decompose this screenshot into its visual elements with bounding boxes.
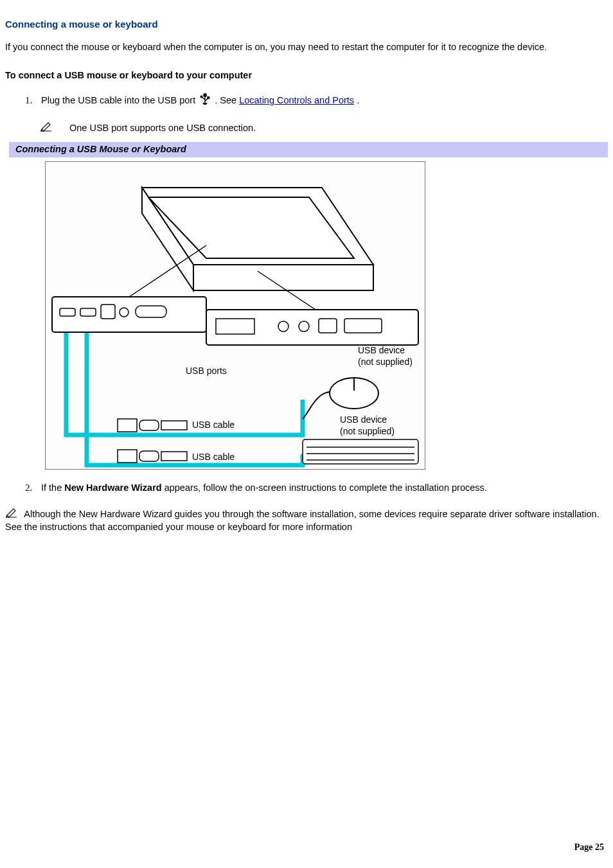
svg-rect-22: [139, 420, 159, 430]
note-icon: [40, 121, 53, 136]
svg-rect-24: [118, 450, 137, 463]
figure-banner: Connecting a USB Mouse or Keyboard: [9, 142, 608, 158]
step-1: Plug the USB cable into the USB port . S…: [35, 93, 608, 109]
step-2-prefix: If the: [41, 483, 64, 493]
figure-label-usb-cable-2: USB cable: [192, 451, 235, 463]
page-footer: Page 25: [574, 842, 604, 854]
final-note: Although the New Hardware Wizard guides …: [5, 508, 608, 534]
figure-label-usb-ports: USB ports: [186, 365, 227, 377]
note-1-text: One USB port supports one USB connection…: [69, 122, 256, 135]
svg-point-0: [204, 94, 206, 96]
svg-point-2: [200, 96, 202, 98]
figure-label-usb-cable-1: USB cable: [192, 419, 235, 431]
svg-rect-23: [161, 421, 187, 430]
svg-rect-26: [161, 452, 187, 461]
figure-label-kb-2: (not supplied): [340, 425, 395, 438]
svg-rect-3: [208, 97, 209, 99]
step-1-text-prefix: Plug the USB cable into the USB port: [41, 95, 198, 105]
svg-marker-5: [193, 265, 373, 290]
step-1-text-suffix: .: [357, 95, 359, 105]
step-1-text-mid: . See: [215, 95, 239, 105]
intro-paragraph: If you connect the mouse or keyboard whe…: [5, 41, 608, 54]
usb-icon: [200, 93, 210, 109]
step-2: If the New Hardware Wizard appears, foll…: [35, 481, 608, 495]
sub-heading: To connect a USB mouse or keyboard to yo…: [5, 69, 608, 82]
steps-list-cont: If the New Hardware Wizard appears, foll…: [5, 481, 608, 495]
final-note-text: Although the New Hardware Wizard guides …: [5, 508, 600, 532]
figure-label-mouse-1: USB device: [358, 344, 405, 357]
svg-rect-25: [139, 451, 159, 461]
figure-label-kb-1: USB device: [340, 414, 387, 426]
figure-label-mouse-2: (not supplied): [358, 356, 413, 368]
svg-rect-21: [118, 419, 137, 432]
note-icon: [5, 508, 18, 522]
link-locating-controls[interactable]: Locating Controls and Ports: [239, 95, 354, 105]
step-2-suffix: appears, follow the on-screen instructio…: [164, 483, 487, 493]
steps-list: Plug the USB cable into the USB port . S…: [5, 93, 608, 109]
section-heading: Connecting a mouse or keyboard: [5, 18, 608, 31]
note-1: One USB port supports one USB connection…: [40, 121, 608, 136]
figure-diagram: USB ports USB cable USB cable USB device…: [45, 161, 425, 470]
step-2-bold: New Hardware Wizard: [64, 483, 161, 493]
figure: USB ports USB cable USB cable USB device…: [45, 161, 424, 470]
svg-rect-13: [206, 310, 418, 345]
